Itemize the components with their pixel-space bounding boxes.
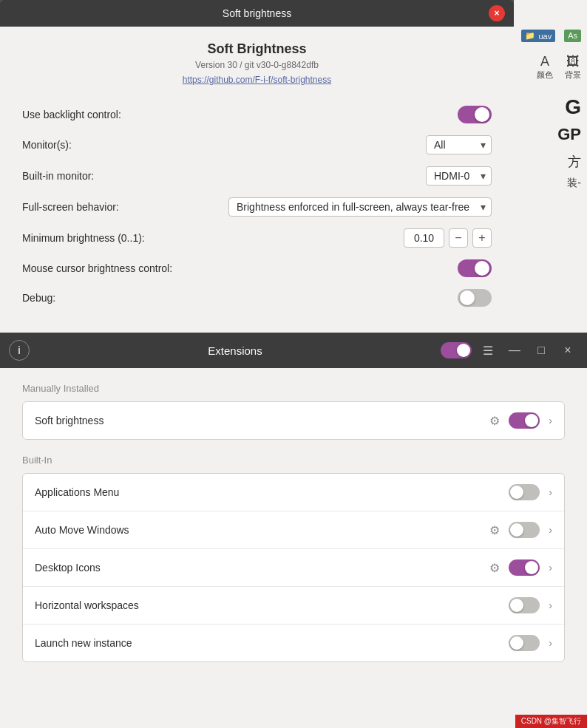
- brightness-increase-button[interactable]: +: [472, 228, 492, 248]
- setting-row-mouse-cursor: Mouse cursor brightness control:: [22, 254, 492, 283]
- soft-brightness-content: Soft Brightness Version 30 / git v30-0-g…: [0, 27, 514, 357]
- backlight-label: Use backlight control:: [22, 109, 121, 120]
- debug-toggle-knob: [460, 290, 475, 305]
- launch-new-instance-name: Launch new instance: [35, 637, 509, 649]
- auto-move-windows-name: Auto Move Windows: [35, 524, 489, 536]
- builtin-select-wrapper[interactable]: HDMI-0 eDP-1: [426, 166, 492, 186]
- extensions-info-button[interactable]: i: [9, 340, 30, 361]
- app-version: Version 30 / git v30-0-g8842dfb: [22, 60, 492, 70]
- extensions-menu-button[interactable]: ☰: [478, 340, 498, 361]
- soft-brightness-window: Soft brightness × Soft Brightness Versio…: [0, 0, 514, 357]
- applications-menu-toggle[interactable]: [509, 484, 540, 500]
- gear-icon[interactable]: ⚙: [489, 414, 500, 428]
- monitors-select-wrapper[interactable]: All HDMI-0 eDP-1: [426, 135, 492, 154]
- app-link[interactable]: https://github.com/F-i-f/soft-brightness: [22, 73, 492, 85]
- extensions-titlebar: i Extensions ☰ — □ ×: [0, 333, 587, 368]
- extensions-window: i Extensions ☰ — □ × Manually Installed …: [0, 333, 587, 728]
- min-brightness-label: Minimum brightness (0..1):: [22, 232, 145, 244]
- fullscreen-select-wrapper[interactable]: Brightness enforced in full-screen, alwa…: [228, 197, 492, 217]
- bg-icon-group: 🖼 背景: [565, 54, 581, 81]
- launch-new-instance-toggle[interactable]: [509, 635, 540, 651]
- list-item: Desktop Icons ⚙ ›: [23, 549, 564, 587]
- chevron-right-icon[interactable]: ›: [549, 415, 552, 426]
- extensions-maximize-button[interactable]: □: [531, 340, 552, 361]
- builtin-list: Applications Menu › Auto Move Windows ⚙ …: [22, 473, 565, 662]
- applications-menu-toggle-knob: [510, 486, 523, 499]
- gear-icon[interactable]: ⚙: [489, 523, 500, 537]
- extensions-content: Manually Installed Soft brightness ⚙ › B…: [0, 368, 587, 728]
- color-label: 颜色: [537, 69, 553, 81]
- extensions-controls: ☰ — □ ×: [441, 340, 578, 361]
- builtin-select[interactable]: HDMI-0 eDP-1: [426, 166, 492, 186]
- chevron-right-icon[interactable]: ›: [549, 562, 552, 574]
- chevron-right-icon[interactable]: ›: [549, 524, 552, 536]
- extensions-minimize-button[interactable]: —: [504, 340, 525, 361]
- right-panel: ... 📁 uav As A 颜色 🖼 背景 G GP 方 装-: [514, 0, 587, 333]
- monitors-label: Monitor(s):: [22, 139, 72, 151]
- extensions-master-toggle-knob: [457, 344, 470, 357]
- color-icon: A: [540, 54, 549, 69]
- list-item: Launch new instance ›: [23, 625, 564, 661]
- soft-brightness-ext-name: Soft brightness: [35, 415, 489, 426]
- setting-row-backlight: Use backlight control:: [22, 100, 492, 129]
- list-item: Soft brightness ⚙ ›: [23, 402, 564, 439]
- desktop-icons-name: Desktop Icons: [35, 562, 489, 574]
- gp-text: GP: [520, 125, 581, 144]
- manually-installed-list: Soft brightness ⚙ ›: [22, 401, 565, 440]
- close-button[interactable]: ×: [489, 5, 505, 21]
- desktop-icons-toggle-knob: [525, 561, 538, 574]
- brightness-decrease-button[interactable]: −: [449, 228, 468, 248]
- list-item: Applications Menu ›: [23, 474, 564, 511]
- auto-move-windows-toggle-knob: [510, 523, 523, 537]
- manually-installed-heading: Manually Installed: [22, 383, 565, 394]
- list-item: Horizontal workspaces ›: [23, 587, 564, 625]
- auto-move-windows-toggle[interactable]: [509, 522, 540, 538]
- builtin-heading: Built-In: [22, 455, 565, 466]
- as-tag: As: [564, 30, 581, 42]
- backlight-toggle-knob: [475, 107, 489, 122]
- applications-menu-name: Applications Menu: [35, 486, 509, 498]
- monitors-select[interactable]: All HDMI-0 eDP-1: [426, 135, 492, 154]
- horizontal-workspaces-name: Horizontal workspaces: [35, 599, 509, 611]
- soft-brightness-title: Soft brightness: [223, 7, 291, 19]
- setting-row-monitors: Monitor(s): All HDMI-0 eDP-1: [22, 129, 492, 160]
- horizontal-workspaces-toggle-knob: [510, 599, 523, 612]
- csdn-badge: CSDN @集智飞行: [515, 715, 587, 728]
- extensions-close-button[interactable]: ×: [557, 340, 578, 361]
- github-link[interactable]: https://github.com/F-i-f/soft-brightness: [183, 75, 331, 85]
- launch-new-instance-toggle-knob: [510, 636, 523, 650]
- soft-brightness-titlebar: Soft brightness ×: [0, 0, 514, 27]
- setting-row-builtin: Built-in monitor: HDMI-0 eDP-1: [22, 160, 492, 191]
- setting-row-min-brightness: Minimum brightness (0..1): 0.10 − +: [22, 222, 492, 254]
- setting-row-debug: Debug:: [22, 283, 492, 313]
- folder-icon: 📁: [525, 31, 535, 41]
- chevron-right-icon[interactable]: ›: [549, 599, 552, 611]
- soft-brightness-toggle[interactable]: [509, 412, 540, 429]
- brightness-control: 0.10 − +: [404, 228, 492, 248]
- desktop-icons-toggle[interactable]: [509, 559, 540, 576]
- app-title: Soft Brightness: [22, 41, 492, 57]
- color-icon-group: A 颜色: [537, 54, 553, 81]
- horizontal-workspaces-toggle[interactable]: [509, 597, 540, 613]
- extensions-master-toggle[interactable]: [441, 342, 472, 358]
- g-text: G: [520, 95, 581, 119]
- gear-icon[interactable]: ⚙: [489, 561, 500, 575]
- extensions-title: Extensions: [30, 344, 441, 357]
- fang-text: 方: [520, 153, 581, 171]
- debug-label: Debug:: [22, 292, 55, 304]
- install-text: 装-: [520, 177, 581, 190]
- builtin-label: Built-in monitor:: [22, 170, 94, 182]
- fullscreen-select[interactable]: Brightness enforced in full-screen, alwa…: [228, 197, 492, 217]
- soft-brightness-toggle-knob: [525, 414, 538, 427]
- bg-label: 背景: [565, 69, 581, 81]
- mouse-cursor-label: Mouse cursor brightness control:: [22, 262, 172, 274]
- list-item: Auto Move Windows ⚙ ›: [23, 511, 564, 549]
- mouse-cursor-toggle-knob: [475, 261, 489, 276]
- mouse-cursor-toggle[interactable]: [458, 259, 492, 277]
- debug-toggle[interactable]: [458, 289, 492, 307]
- fullscreen-label: Full-screen behavior:: [22, 201, 119, 213]
- backlight-toggle[interactable]: [458, 106, 492, 123]
- chevron-right-icon[interactable]: ›: [549, 637, 552, 649]
- uav-tag: 📁 uav: [521, 30, 555, 42]
- chevron-right-icon[interactable]: ›: [549, 486, 552, 498]
